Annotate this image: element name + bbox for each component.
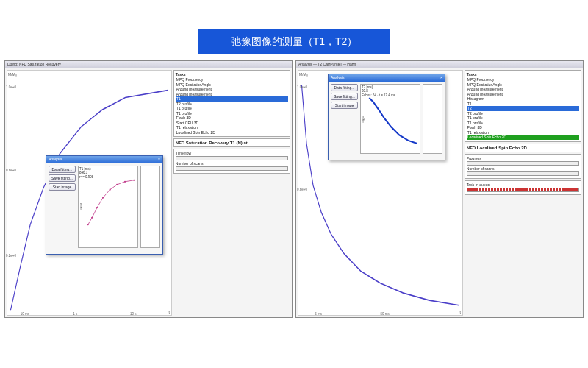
xtick: 5 ms (315, 312, 322, 316)
save-fitting-button[interactable]: Save fitting... (331, 93, 358, 100)
right-progress-box: Progress Number of scans (465, 154, 581, 179)
svg-point-2 (96, 207, 98, 208)
ytick: 0.2e+0 (6, 254, 16, 258)
progress-bar (467, 161, 579, 166)
page-banner: 弛豫图像的测量（T1，T2） (198, 29, 390, 54)
ytick: 0.6e+0 (6, 169, 16, 172)
xtick: 50 ms (380, 312, 389, 316)
popup-title: Analysis (331, 75, 345, 81)
status-text: NFD Saturation Recovery T1 (N) at ... (176, 141, 253, 145)
popup-button-col: Data fitting... Save fitting... Start im… (331, 84, 358, 154)
scan-bar (467, 171, 579, 176)
task-list-header: Tasks (176, 72, 288, 77)
popup-side-info (140, 166, 160, 248)
right-xlabel: t (459, 310, 460, 314)
data-fitting-button[interactable]: Data fitting... (49, 166, 76, 173)
progress-items-label: Number of scans (467, 166, 579, 171)
progress-bar (176, 156, 288, 160)
popup-title: Analysis (49, 157, 62, 163)
close-icon[interactable]: × (158, 157, 160, 163)
start-image-button[interactable]: Start image (49, 183, 76, 191)
running-band: NFD Localised Spin Echo 2D (465, 144, 581, 152)
svg-point-7 (133, 180, 135, 181)
right-task-list[interactable]: Tasks MPQ Frequency MPQ ExcitationAngle … (465, 70, 581, 142)
fit-curve (369, 98, 417, 144)
right-main-plot[interactable]: M/M₀ t 1.0e+0 0.6e+0 5 ms 50 ms Analysis… (298, 70, 463, 316)
right-window-titlebar: Analysis — T2 CarrPurcell — Hahn (296, 61, 583, 68)
data-fitting-button[interactable]: Data fitting... (331, 84, 358, 91)
left-popup-plot[interactable]: T1 [ms]: 846.1 r² = 0.998 (78, 166, 138, 248)
left-analysis-popup[interactable]: Analysis × Data fitting... Save fitting.… (46, 155, 163, 255)
left-ylabel: M/M₀ (8, 72, 17, 77)
right-side-column: Tasks MPQ Frequency MPQ ExcitationAngle … (465, 70, 581, 316)
svg-point-1 (91, 217, 93, 219)
task-queue-box: Task-in-queue (465, 180, 581, 195)
left-side-column: Tasks MPQ Frequency MPQ ExcitationAngle … (173, 70, 290, 316)
right-panel: Analysis — T2 CarrPurcell — Hahn M/M₀ t … (295, 60, 584, 318)
running-text: NFD Localised Spin Echo 2D (467, 146, 527, 150)
svg-point-0 (87, 224, 89, 225)
right-popup-plot[interactable]: T2 [ms]: 30.8 Echos: 64 · t = 17.4 ms m/… (360, 84, 420, 154)
right-analysis-popup[interactable]: Analysis × Data fitting... Save fitting.… (328, 74, 445, 160)
left-main-plot[interactable]: M/M₀ t 1.0e+0 0.6e+0 0.2e+0 10 ms 1 s 10… (7, 70, 172, 316)
xtick: 1 s (73, 312, 77, 316)
progress-label: Progress (467, 156, 579, 160)
progress-items-label: Number of scans (176, 161, 288, 166)
svg-point-4 (109, 189, 110, 191)
save-fitting-button[interactable]: Save fitting... (49, 174, 76, 182)
mini-ylabel: m/M₀ (362, 116, 365, 123)
fit-curve (88, 180, 135, 225)
svg-point-3 (102, 197, 104, 198)
status-band: NFD Saturation Recovery T1 (N) at ... (173, 138, 290, 147)
task-item-running[interactable]: Localised Spin Echo 2D (467, 135, 579, 140)
popup-side-info (423, 84, 442, 154)
scan-bar (176, 166, 288, 171)
panels-row: Doing: NFD Saturation Recovery M/M₀ t 1.… (0, 60, 588, 318)
left-progress-box: Time flow Number of scans (173, 149, 290, 174)
popup-titlebar[interactable]: Analysis × (46, 156, 162, 163)
left-window-titlebar: Doing: NFD Saturation Recovery (5, 61, 292, 68)
popup-button-col: Data fitting... Save fitting... Start im… (49, 166, 76, 248)
left-xlabel: t (168, 310, 169, 314)
ytick: 1.0e+0 (6, 85, 16, 89)
ytick: 0.6e+0 (297, 188, 307, 191)
svg-point-5 (116, 184, 118, 185)
xtick: 10 s (130, 312, 137, 316)
right-ylabel: M/M₀ (299, 72, 308, 77)
queue-label: Task-in-queue (467, 183, 579, 187)
left-task-list[interactable]: Tasks MPQ Frequency MPQ ExcitationAngle … (173, 70, 290, 137)
popup-titlebar[interactable]: Analysis × (329, 74, 445, 82)
left-panel: Doing: NFD Saturation Recovery M/M₀ t 1.… (4, 60, 293, 318)
start-image-button[interactable]: Start image (331, 102, 358, 109)
data-points (87, 180, 135, 226)
task-list-header: Tasks (467, 72, 579, 77)
close-icon[interactable]: × (440, 75, 442, 81)
svg-point-6 (124, 181, 126, 183)
task-item[interactable]: Localised Spin Echo 2D (176, 130, 288, 135)
queue-bar (467, 188, 579, 192)
progress-label: Time flow (176, 151, 288, 155)
ytick: 1.0e+0 (297, 85, 307, 89)
mini-ylabel: m/M₀ (79, 203, 83, 210)
xtick: 10 ms (21, 312, 29, 316)
